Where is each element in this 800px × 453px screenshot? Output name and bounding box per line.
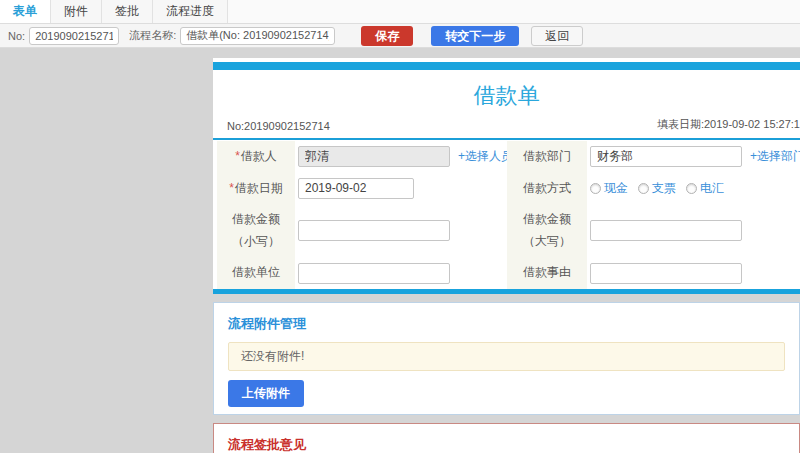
loan-method-radio-group: 现金 支票 电汇 — [590, 180, 724, 197]
loan-unit-field — [295, 257, 507, 289]
loan-reason-input[interactable] — [590, 263, 742, 284]
loan-method-label: 借款方式 — [507, 173, 587, 205]
radio-cheque[interactable]: 支票 — [638, 180, 676, 197]
amount-big-input[interactable] — [590, 220, 742, 241]
form-date-text: 填表日期:2019-09-02 15:27:1 — [657, 117, 800, 132]
borrower-label: *借款人 — [217, 141, 295, 173]
required-mark: * — [235, 149, 240, 163]
form-meta-row: No:20190902152714 填表日期:2019-09-02 15:27:… — [213, 117, 800, 138]
select-person-link[interactable]: +选择人员 — [458, 148, 513, 165]
select-dept-link[interactable]: +选择部门 — [750, 148, 800, 165]
required-mark: * — [229, 181, 234, 195]
process-name-input[interactable] — [180, 27, 335, 45]
radio-icon[interactable] — [590, 183, 601, 194]
upload-attachment-button[interactable]: 上传附件 — [228, 380, 304, 407]
back-button[interactable]: 返回 — [531, 26, 583, 46]
tab-attachments[interactable]: 附件 — [51, 0, 102, 23]
amount-small-label: 借款金额（小写） — [217, 204, 295, 257]
radio-wire[interactable]: 电汇 — [686, 180, 724, 197]
header-divider — [213, 138, 800, 140]
save-button[interactable]: 保存 — [361, 26, 413, 46]
radio-icon[interactable] — [686, 183, 697, 194]
attachments-title: 流程附件管理 — [228, 315, 785, 333]
loan-date-field — [295, 173, 507, 205]
radio-icon[interactable] — [638, 183, 649, 194]
loan-method-field: 现金 支票 电汇 — [587, 173, 800, 205]
page-title: 借款单 — [213, 81, 800, 111]
borrower-field: +选择人员 — [295, 141, 507, 173]
loan-reason-label: 借款事由 — [507, 257, 587, 289]
top-tab-bar: 表单 附件 签批 流程进度 — [0, 0, 800, 24]
form-no-text: No:20190902152714 — [227, 120, 330, 132]
approval-title: 流程签批意见 — [228, 436, 785, 453]
panel-bottom-bar — [213, 289, 800, 294]
amount-big-field — [587, 204, 800, 257]
amount-small-input[interactable] — [298, 220, 450, 241]
forward-next-step-button[interactable]: 转交下一步 — [431, 26, 519, 46]
no-attachments-alert: 还没有附件! — [228, 342, 785, 371]
content-area: 借款单 No:20190902152714 填表日期:2019-09-02 15… — [0, 48, 800, 453]
loan-reason-field — [587, 257, 800, 289]
approval-panel: 流程签批意见 B I abc — [213, 423, 800, 453]
loan-form-grid: *借款人 +选择人员 借款部门 +选择部门 *借款日期 借款方式 现金 — [217, 141, 800, 289]
loan-unit-input[interactable] — [298, 263, 450, 284]
panel-top-bar — [213, 62, 800, 70]
loan-date-input[interactable] — [298, 178, 414, 199]
attachments-panel: 流程附件管理 还没有附件! 上传附件 — [213, 302, 800, 415]
radio-cash[interactable]: 现金 — [590, 180, 628, 197]
dept-field: +选择部门 — [587, 141, 800, 173]
dept-input[interactable] — [590, 146, 742, 167]
tab-process-progress[interactable]: 流程进度 — [153, 0, 228, 23]
tab-approval[interactable]: 签批 — [102, 0, 153, 23]
no-input[interactable] — [29, 27, 119, 45]
process-name-label: 流程名称: — [129, 28, 176, 43]
amount-small-field — [295, 204, 507, 257]
action-toolbar: No: 流程名称: 保存 转交下一步 返回 — [0, 24, 800, 48]
loan-form-panel: 借款单 No:20190902152714 填表日期:2019-09-02 15… — [213, 58, 800, 294]
loan-unit-label: 借款单位 — [217, 257, 295, 289]
tab-form[interactable]: 表单 — [0, 0, 51, 23]
amount-big-label: 借款金额（大写） — [507, 204, 587, 257]
borrower-input[interactable] — [298, 146, 450, 167]
no-label: No: — [8, 30, 25, 42]
dept-label: 借款部门 — [507, 141, 587, 173]
loan-date-label: *借款日期 — [217, 173, 295, 205]
